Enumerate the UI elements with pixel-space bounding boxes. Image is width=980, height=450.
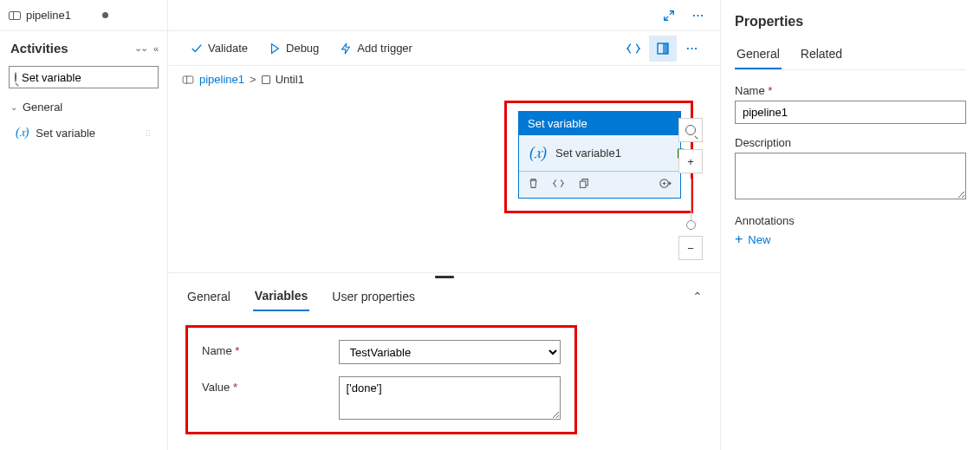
prop-annotations-label: Annotations — [735, 214, 966, 227]
drag-handle-icon — [146, 130, 152, 136]
properties-heading: Properties — [735, 14, 966, 29]
zoom-out-button[interactable]: − — [678, 236, 703, 260]
variable-value-input[interactable]: ['done'] — [339, 376, 561, 420]
add-output-icon[interactable] — [659, 177, 672, 192]
collapse-groups-icon[interactable]: ⌄⌄ — [134, 42, 146, 54]
code-view-button[interactable] — [620, 36, 647, 62]
tab-user-properties[interactable]: User properties — [330, 283, 417, 310]
collapse-panel-icon[interactable]: « — [153, 43, 157, 54]
tab-title: pipeline1 — [26, 9, 71, 22]
top-more-button[interactable]: ··· — [685, 3, 711, 28]
plus-icon: + — [735, 232, 743, 246]
properties-toggle-button[interactable] — [649, 36, 677, 62]
activity-card-header: Set variable — [519, 112, 680, 135]
prop-name-label: Name * — [735, 84, 966, 97]
activities-heading: Activities — [10, 41, 68, 55]
toolbar-more-button[interactable]: ··· — [678, 36, 706, 62]
variable-icon: 𝑥 — [529, 144, 547, 162]
validate-button[interactable]: Validate — [182, 37, 256, 59]
prop-tab-related[interactable]: Related — [799, 42, 844, 69]
iteration-icon — [262, 75, 270, 84]
pipeline-tab[interactable]: pipeline1 — [9, 9, 108, 22]
chevron-down-icon: ⌄ — [10, 102, 17, 112]
code-icon[interactable] — [553, 178, 564, 192]
clone-icon[interactable] — [578, 178, 589, 192]
search-icon — [685, 125, 696, 135]
pipeline-icon — [9, 11, 21, 20]
activities-search-input[interactable] — [22, 71, 167, 84]
tab-general[interactable]: General — [185, 283, 232, 310]
activity-item-set-variable[interactable]: 𝑥 Set variable — [9, 121, 159, 145]
group-label: General — [23, 101, 62, 114]
variable-name-select[interactable]: TestVariable — [339, 340, 561, 364]
search-icon — [15, 72, 16, 82]
breadcrumb-separator: > — [250, 73, 256, 86]
variable-name-label: Name * — [202, 340, 339, 357]
trigger-label: Add trigger — [357, 42, 412, 55]
pipeline-icon — [183, 75, 194, 83]
zoom-slider[interactable] — [691, 179, 691, 231]
delete-icon[interactable] — [528, 178, 539, 192]
tab-variables[interactable]: Variables — [253, 282, 310, 311]
prop-description-label: Description — [735, 136, 966, 149]
zoom-in-button[interactable]: + — [678, 149, 703, 173]
collapse-panel-button[interactable]: ⌃ — [692, 290, 703, 303]
breadcrumb-child: Until1 — [276, 73, 304, 86]
activities-search[interactable] — [9, 66, 159, 88]
unsaved-indicator-icon — [102, 12, 108, 18]
panel-resize-handle[interactable] — [168, 273, 720, 280]
prop-tab-general[interactable]: General — [735, 42, 782, 69]
debug-button[interactable]: Debug — [260, 37, 328, 59]
variable-value-label: Value * — [202, 376, 339, 394]
activity-card-name: Set variable1 — [555, 147, 621, 160]
zoom-thumb[interactable] — [686, 220, 696, 230]
svg-rect-2 — [580, 181, 586, 187]
svg-rect-1 — [663, 43, 668, 54]
activity-item-label: Set variable — [36, 127, 95, 140]
new-label: New — [748, 233, 770, 246]
variable-icon: 𝑥 — [16, 126, 29, 140]
prop-description-input[interactable] — [735, 153, 966, 199]
expand-button[interactable] — [656, 3, 682, 28]
validate-label: Validate — [208, 42, 248, 55]
breadcrumb-root[interactable]: pipeline1 — [199, 73, 244, 86]
zoom-fit-button[interactable] — [678, 118, 703, 142]
breadcrumb: pipeline1 > Until1 — [182, 73, 304, 86]
activity-group-general[interactable]: ⌄ General — [0, 95, 167, 119]
canvas[interactable]: pipeline1 > Until1 Set variable 𝑥 Set va… — [168, 66, 720, 272]
highlight-annotation: Name * TestVariable Value * ['done'] — [185, 325, 577, 434]
prop-name-input[interactable] — [735, 101, 966, 124]
add-trigger-button[interactable]: Add trigger — [331, 37, 421, 59]
add-annotation-button[interactable]: + New — [735, 232, 966, 246]
activity-card-set-variable[interactable]: Set variable 𝑥 Set variable1 — [518, 111, 681, 199]
debug-label: Debug — [286, 42, 319, 55]
